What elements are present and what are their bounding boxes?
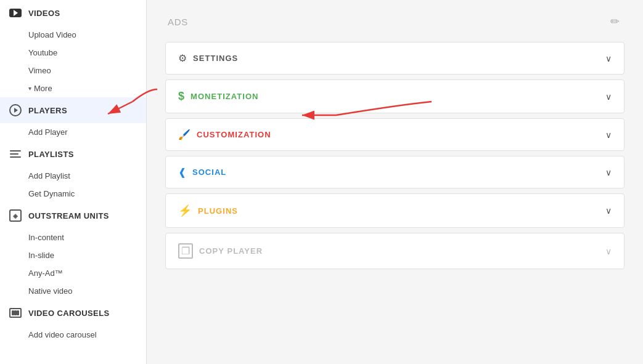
accordion-settings-header[interactable]: ⚙ SETTINGS ∨	[166, 42, 624, 74]
accordion-copy-player-left: ❐ COPY PLAYER	[178, 243, 263, 259]
accordion-customization-left: 🖌️ CUSTOMIZATION	[178, 129, 271, 140]
accordion-plugins: ⚡ PLUGINS ∨	[165, 193, 625, 228]
sidebar-section-videos: VIDEOS Upload Video Youtube Vimeo ▾ More	[0, 0, 146, 97]
accordion-plugins-left: ⚡ PLUGINS	[178, 204, 238, 217]
sidebar-item-any-ad[interactable]: Any-Ad™	[0, 264, 146, 282]
accordion-copy-player-header[interactable]: ❐ COPY PLAYER ∨	[166, 233, 624, 269]
sidebar-players-label: PLAYERS	[28, 106, 67, 115]
sidebar-outstream-label: OUTSTREAM UNITS	[28, 211, 109, 220]
accordion-monetization: $ MONETIZATION ∨	[165, 79, 625, 113]
accordion-settings-title: SETTINGS	[193, 54, 238, 63]
chevron-down-icon: ∨	[605, 92, 612, 102]
sidebar-group-videos[interactable]: VIDEOS	[0, 0, 146, 26]
brush-icon: 🖌️	[178, 129, 190, 140]
accordion-social-header[interactable]: ❰ SOCIAL ∨	[166, 156, 624, 188]
chevron-down-icon: ∨	[605, 168, 612, 177]
accordion-settings-left: ⚙ SETTINGS	[178, 52, 238, 64]
chevron-down-icon: ▾	[28, 85, 31, 92]
sidebar-more-videos[interactable]: ▾ More	[0, 79, 146, 97]
accordion-social-title: SOCIAL	[192, 168, 226, 177]
accordion-customization: 🖌️ CUSTOMIZATION ∨	[165, 118, 625, 151]
sidebar-item-youtube[interactable]: Youtube	[0, 44, 146, 62]
sidebar: VIDEOS Upload Video Youtube Vimeo ▾ More	[0, 0, 147, 364]
accordion-social: ❰ SOCIAL ∨	[165, 156, 625, 188]
accordion-social-left: ❰ SOCIAL	[178, 166, 226, 178]
accordion-monetization-header[interactable]: $ MONETIZATION ∨	[166, 80, 624, 113]
sidebar-item-native-video[interactable]: Native video	[0, 282, 146, 300]
sidebar-item-upload-video[interactable]: Upload Video	[0, 26, 146, 44]
playlists-icon	[9, 147, 22, 161]
players-icon	[9, 103, 22, 117]
accordion-monetization-title: MONETIZATION	[190, 92, 258, 101]
sidebar-item-add-player[interactable]: Add Player	[0, 123, 146, 141]
sidebar-section-players: PLAYERS Add Player	[0, 97, 146, 141]
sidebar-group-players[interactable]: PLAYERS	[0, 97, 146, 123]
chevron-down-icon: ∨	[605, 246, 612, 256]
main-content: ADS ✏ ⚙ SETTINGS ∨ $ MONETIZATION ∨	[147, 0, 643, 364]
sidebar-section-carousels: VIDEO CAROUSELS Add video carousel	[0, 300, 146, 344]
accordion-plugins-header[interactable]: ⚡ PLUGINS ∨	[166, 194, 624, 227]
sidebar-playlists-label: PLAYLISTS	[28, 150, 74, 159]
chevron-down-icon: ∨	[605, 130, 612, 140]
sidebar-item-add-playlist[interactable]: Add Playlist	[0, 167, 146, 185]
sidebar-item-vimeo[interactable]: Vimeo	[0, 62, 146, 79]
chevron-down-icon: ∨	[605, 54, 612, 63]
sidebar-item-get-dynamic[interactable]: Get Dynamic	[0, 185, 146, 203]
sidebar-item-in-slide[interactable]: In-slide	[0, 246, 146, 264]
accordion-plugins-title: PLUGINS	[198, 206, 238, 216]
outstream-icon: ◈	[9, 209, 22, 222]
accordion-copy-player-title: COPY PLAYER	[199, 246, 263, 256]
sidebar-group-carousels[interactable]: VIDEO CAROUSELS	[0, 300, 146, 326]
accordion-monetization-left: $ MONETIZATION	[178, 90, 258, 103]
copy-icon: ❐	[178, 243, 193, 259]
accordion-copy-player: ❐ COPY PLAYER ∨	[165, 233, 625, 269]
dollar-icon: $	[178, 90, 184, 103]
carousels-icon	[9, 306, 22, 320]
main-header: ADS ✏	[165, 12, 625, 31]
sidebar-videos-label: VIDEOS	[28, 9, 60, 18]
sidebar-group-outstream[interactable]: ◈ OUTSTREAM UNITS	[0, 203, 146, 229]
accordion-customization-header[interactable]: 🖌️ CUSTOMIZATION ∨	[166, 119, 624, 150]
sidebar-section-playlists: PLAYLISTS Add Playlist Get Dynamic	[0, 141, 146, 203]
sidebar-group-playlists[interactable]: PLAYLISTS	[0, 141, 146, 167]
sidebar-section-outstream: ◈ OUTSTREAM UNITS In-content In-slide An…	[0, 203, 146, 300]
accordion-customization-title: CUSTOMIZATION	[197, 130, 271, 139]
accordion-settings: ⚙ SETTINGS ∨	[165, 42, 625, 75]
gear-icon: ⚙	[178, 52, 187, 64]
sidebar-item-add-video-carousel[interactable]: Add video carousel	[0, 326, 146, 344]
sidebar-item-in-content[interactable]: In-content	[0, 229, 146, 246]
sidebar-carousels-label: VIDEO CAROUSELS	[28, 309, 110, 318]
video-icon	[9, 6, 22, 20]
page-title: ADS	[168, 17, 188, 27]
chevron-down-icon: ∨	[605, 206, 612, 216]
edit-button[interactable]: ✏	[608, 12, 622, 31]
bolt-icon: ⚡	[178, 204, 192, 217]
share-icon: ❰	[178, 166, 186, 178]
